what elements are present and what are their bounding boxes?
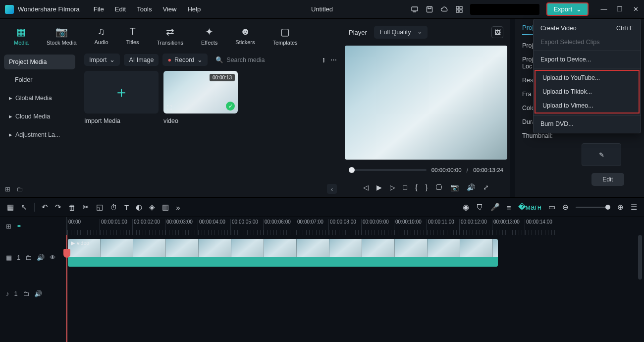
play-button[interactable]: ▷: [390, 183, 395, 191]
export-button[interactable]: Export ⌄: [546, 2, 589, 16]
account-area[interactable]: [470, 4, 539, 15]
delete-button[interactable]: 🗑: [68, 203, 76, 212]
upload-tiktok[interactable]: Upload to Tiktok...: [536, 85, 639, 99]
sidebar-global-media[interactable]: ▸Global Media: [4, 90, 75, 106]
tab-titles[interactable]: TTitles: [119, 24, 146, 48]
lock-icon[interactable]: 🗀: [25, 254, 32, 261]
video-track[interactable]: ▶video: [66, 235, 644, 280]
tl-shield-icon[interactable]: ⛉: [476, 203, 483, 212]
export-create-video[interactable]: Create Video Ctrl+E: [534, 21, 641, 35]
volume-icon[interactable]: 🔊: [467, 183, 475, 191]
audio-track[interactable]: [66, 280, 644, 307]
camera-icon[interactable]: 📷: [450, 183, 459, 191]
speed-button[interactable]: ⏱: [110, 203, 117, 212]
more-icon[interactable]: ⋯: [330, 56, 337, 63]
tab-media[interactable]: ▦Media: [7, 24, 36, 48]
device-icon[interactable]: [411, 5, 419, 13]
menu-edit[interactable]: Edit: [115, 5, 126, 13]
tab-effects[interactable]: ✦Effects: [194, 24, 224, 48]
player-tab[interactable]: Player: [349, 29, 367, 36]
stop-button[interactable]: □: [403, 183, 407, 191]
close-button[interactable]: ✕: [632, 6, 639, 13]
tl-track-add-icon[interactable]: ⊞: [6, 223, 11, 230]
mute-icon[interactable]: 🔊: [34, 290, 42, 297]
tl-mic-icon[interactable]: 🎤: [490, 203, 500, 212]
lock-icon[interactable]: 🗀: [23, 290, 29, 297]
upload-youtube[interactable]: Upload to YouTube...: [536, 71, 639, 85]
menu-file[interactable]: File: [94, 5, 104, 13]
menu-help[interactable]: Help: [187, 5, 201, 13]
menu-view[interactable]: View: [162, 5, 176, 13]
filter-icon[interactable]: ⫿: [322, 56, 325, 63]
sidebar-cloud-media[interactable]: ▸Cloud Media: [4, 109, 75, 124]
sidebar-project-media[interactable]: Project Media: [4, 55, 75, 69]
keyframe-button[interactable]: ◈: [149, 203, 155, 212]
import-media-card[interactable]: ＋ Import Media: [84, 71, 159, 124]
display-icon[interactable]: 🖵: [435, 183, 442, 191]
new-folder-icon[interactable]: ⊞: [5, 185, 10, 193]
sidebar-folder[interactable]: Folder: [4, 72, 75, 87]
menu-tools[interactable]: Tools: [137, 5, 152, 13]
tl-magnet-icon[interactable]: �магн: [518, 203, 541, 212]
redo-button[interactable]: ↷: [55, 203, 61, 212]
tab-stock-media[interactable]: 📷Stock Media: [40, 24, 84, 48]
minimize-button[interactable]: —: [600, 6, 607, 13]
more-tools-button[interactable]: »: [176, 203, 180, 212]
burn-dvd[interactable]: Burn DVD...: [534, 117, 641, 131]
tl-layout-icon[interactable]: ▦: [7, 203, 14, 212]
play-backward-button[interactable]: ▶: [376, 183, 382, 191]
snapshot-button[interactable]: 🖼: [491, 26, 503, 38]
save-icon[interactable]: [426, 5, 433, 13]
visibility-icon[interactable]: 👁: [50, 254, 56, 261]
text-button[interactable]: T: [124, 203, 129, 212]
cut-button[interactable]: ✂: [83, 203, 89, 212]
grid-icon[interactable]: [455, 5, 463, 13]
tl-list-icon[interactable]: ☰: [631, 203, 637, 212]
tl-marker-icon[interactable]: ◉: [463, 203, 469, 212]
import-button[interactable]: Import⌄: [84, 54, 120, 66]
folder-icon[interactable]: 🗀: [16, 185, 23, 193]
video-clip-card[interactable]: 00:00:13 ⛶ ✓ video: [163, 71, 238, 124]
tab-templates[interactable]: ▢Templates: [266, 24, 304, 48]
search-media-input[interactable]: 🔍Search media: [212, 54, 318, 66]
prev-frame-button[interactable]: ◁: [363, 183, 369, 191]
record-button[interactable]: ●Record⌄: [162, 54, 208, 66]
crop-button[interactable]: ◱: [96, 203, 103, 212]
sidebar-adjustment-layer[interactable]: ▸Adjustment La...: [4, 127, 75, 142]
adjustment-button[interactable]: ▥: [162, 203, 169, 212]
zoom-out-button[interactable]: ⊖: [562, 203, 569, 212]
tl-mixer-icon[interactable]: ≡: [507, 203, 511, 212]
properties-tab[interactable]: Proj: [522, 24, 534, 35]
undo-button[interactable]: ↶: [42, 203, 48, 212]
upload-vimeo[interactable]: Upload to Vimeo...: [536, 99, 639, 113]
tl-link-icon[interactable]: ⚭: [16, 223, 22, 230]
mute-icon[interactable]: 🔊: [37, 254, 45, 261]
color-button[interactable]: ◐: [136, 203, 142, 212]
player-scrubber[interactable]: 00:00:00:00 / 00:00:13:24: [342, 163, 510, 177]
mark-out-button[interactable]: }: [426, 183, 428, 191]
timeline-ruler[interactable]: 00:0000:00:01:0000:00:02:0000:00:03:0000…: [66, 217, 644, 235]
collapse-sidebar-button[interactable]: ‹: [327, 184, 337, 194]
edit-button[interactable]: Edit: [591, 173, 624, 186]
scrollbar[interactable]: [638, 235, 642, 280]
player-viewport[interactable]: [345, 46, 507, 160]
tl-overlay-icon[interactable]: ▭: [548, 203, 555, 212]
cloud-icon[interactable]: [440, 5, 448, 13]
export-to-device[interactable]: Export to Device...: [534, 53, 641, 66]
tab-transitions[interactable]: ⇄Transitions: [150, 24, 190, 48]
ai-image-button[interactable]: AI Image: [124, 54, 159, 66]
tab-audio[interactable]: ♫Audio: [88, 24, 115, 48]
maximize-button[interactable]: ❐: [616, 6, 623, 13]
thumbnail-preview[interactable]: ✎: [582, 143, 621, 166]
scrub-knob[interactable]: [349, 167, 355, 173]
fullscreen-icon[interactable]: ⤢: [483, 183, 489, 191]
tab-stickers[interactable]: ☻Stickers: [228, 24, 262, 48]
scrub-track[interactable]: [349, 169, 427, 171]
video-clip[interactable]: ▶video: [68, 239, 498, 267]
mark-in-button[interactable]: {: [415, 183, 418, 191]
tl-select-icon[interactable]: ↖: [21, 203, 27, 212]
zoom-in-button[interactable]: ⊕: [617, 203, 624, 212]
quality-dropdown[interactable]: Full Quality: [374, 26, 428, 39]
zoom-slider[interactable]: [576, 207, 610, 208]
playhead[interactable]: [66, 235, 67, 342]
